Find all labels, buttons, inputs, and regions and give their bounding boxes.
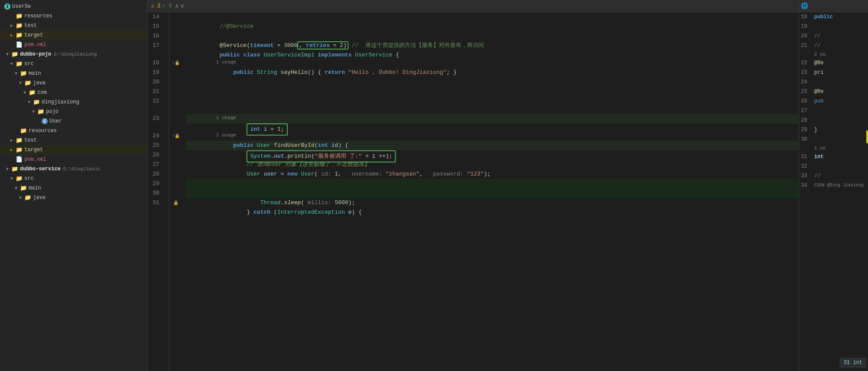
sidebar-item-target1[interactable]: ▶ 📁 target (0, 30, 147, 40)
code-line-28 (186, 169, 799, 179)
sec-line-33: // (814, 171, 868, 181)
line-num-17: 17 (148, 41, 164, 50)
breakpoint-arrow-18[interactable]: ↑ (172, 60, 175, 66)
line-num-19: 19 (148, 68, 164, 77)
sidebar-item-resources1[interactable]: 📁 resources (0, 11, 147, 21)
folder-icon: 📁 (16, 22, 23, 29)
nav-down-button[interactable]: ∨ (181, 2, 184, 10)
code-line-usage2: 1 usage (186, 106, 799, 114)
sec-line-18: public (814, 12, 868, 22)
line-num-18: 18 (148, 58, 164, 68)
sec-num-2us (799, 50, 811, 58)
sidebar-item-java1[interactable]: ▼ 📁 java (0, 78, 147, 88)
arrow-icon: ▼ (9, 62, 15, 66)
folder-icon: 📁 (16, 175, 23, 182)
folder-icon: 📁 (20, 70, 27, 77)
sidebar-item-dubbo-pojo[interactable]: ▼ 📁 dubbo-pojo D:\DingJiaxiong (0, 50, 147, 59)
sidebar-item-label: UserSe (12, 3, 31, 10)
sec-line-19 (814, 22, 868, 31)
main-editor-area: ⚠ 2 ✓ 3 ∧ ∨ 14 15 16 17 18 19 20 21 22 2… (148, 0, 868, 371)
sidebar-item-main1[interactable]: ▼ 📁 main (0, 69, 147, 78)
sec-line-22: @Re (814, 58, 868, 68)
sec-num-22: 22 (799, 58, 811, 68)
arrow-icon: ▼ (13, 186, 19, 191)
sec-line-25: @Re (814, 87, 868, 96)
sp (345, 209, 349, 215)
sidebar-item-com1[interactable]: ▼ 📁 com (0, 88, 147, 97)
sidebar-item-test1[interactable]: ▶ 📁 test (0, 21, 147, 30)
sidebar-item-label: test (24, 137, 37, 143)
sidebar-item-userse[interactable]: I UserSe (0, 2, 147, 11)
code-line-usage1: 1 usage (186, 50, 799, 58)
code-lines[interactable]: //@Service @Service(timeout = 3000, retr… (182, 12, 799, 371)
sidebar-item-pomxml2[interactable]: 📄 pom.xml (0, 155, 147, 164)
sidebar-item-label: pom.xml (24, 156, 46, 162)
code-line-14: //@Service (186, 12, 799, 22)
sidebar-item-dingjiaxiong[interactable]: ▼ 📁 dingjiaxiong (0, 97, 147, 107)
sidebar-item-label: resources (29, 128, 57, 134)
sec-num-32: 32 (799, 162, 811, 171)
sec-line-23: pri (814, 68, 868, 77)
gutter-row-22 (169, 96, 182, 106)
sec-code-content: public // // 2 us @Re pri @Re pub } 1 us… (814, 12, 868, 371)
sidebar-item-target2[interactable]: ▶ 📁 target (0, 145, 147, 155)
code-editor[interactable]: 14 15 16 17 18 19 20 21 22 23 24 25 26 2… (148, 12, 799, 371)
line-num-usage3 (148, 123, 164, 131)
sidebar-item-label: java (33, 195, 46, 201)
sec-line-32 (814, 162, 868, 171)
sidebar-item-java2[interactable]: ▼ 📁 java (0, 193, 147, 202)
folder-icon: 📁 (16, 146, 23, 153)
sec-num-34: 34 (799, 181, 811, 190)
folder-icon: 📁 (20, 185, 27, 192)
sidebar-item-path: D:\DingJiaxiong (54, 52, 97, 57)
sec-num-33: 33 (799, 171, 811, 181)
sec-line-20: // (814, 31, 868, 41)
gutter-row-14 (169, 12, 182, 22)
sec-num-29: 29 (799, 125, 811, 135)
line-num-22: 22 (148, 96, 164, 106)
badge-label: 31 int (844, 360, 862, 366)
sidebar-item-resources2[interactable]: 📁 resources (0, 126, 147, 136)
sidebar-item-user-class[interactable]: C User (0, 116, 147, 126)
sec-line-27 (814, 106, 868, 116)
sidebar-item-test2[interactable]: ▶ 📁 test (0, 136, 147, 145)
sec-line-26: pub (814, 96, 868, 106)
interface-icon: I (4, 3, 10, 10)
primary-editor-pane: ⚠ 2 ✓ 3 ∧ ∨ 14 15 16 17 18 19 20 21 22 2… (148, 0, 799, 371)
folder-icon: 📁 (24, 80, 31, 86)
secondary-editor-pane: 🌐 18 19 20 21 22 23 24 25 26 27 28 29 30… (799, 0, 868, 371)
gutter-row-26 (169, 150, 182, 160)
code-line-15 (186, 22, 799, 31)
sidebar-item-label: resources (24, 13, 53, 19)
sidebar-item-main2[interactable]: ▼ 📁 main (0, 183, 147, 193)
folder-icon: 📁 (33, 99, 40, 106)
sidebar-item-label: pom.xml (24, 42, 46, 48)
breakpoint-arrow-24[interactable]: ↑ (172, 133, 175, 139)
sidebar-item-src1[interactable]: ▼ 📁 src (0, 59, 147, 69)
sec-line-31: int (814, 152, 868, 162)
folder-icon: 📁 (16, 60, 23, 67)
code-line-20 (186, 77, 799, 87)
gutter-row-31: 🔒 (169, 198, 182, 208)
sec-num-21: 21 (799, 41, 811, 50)
sidebar-item-dubbo-service[interactable]: ▼ 📁 dubbo-service D:\DingJiaxic (0, 164, 147, 174)
folder-icon: 📁 (16, 32, 23, 39)
nav-up-button[interactable]: ∧ (175, 2, 178, 10)
sidebar-item-label: com (37, 89, 47, 96)
indent31 (220, 209, 247, 215)
sec-line-34-watermark: CSDN @Ding Jiaxiong (814, 181, 868, 190)
folder-icon: 📁 (11, 166, 18, 172)
code-line-31: } catch (InterruptedException e) { (186, 198, 799, 208)
gutter-row-19 (169, 68, 182, 77)
sidebar-item-pomxml1[interactable]: 📄 pom.xml (0, 40, 147, 50)
scroll-indicator (866, 130, 868, 143)
sec-num-30: 30 (799, 135, 811, 144)
sidebar-item-src2[interactable]: ▼ 📁 src (0, 174, 147, 183)
gutter-row-24: ↑ 🔒 (169, 131, 182, 141)
line-num-16: 16 (148, 31, 164, 41)
sidebar-item-label: src (24, 61, 34, 67)
sec-line-29: } (814, 125, 868, 135)
sec-num-19: 19 (799, 22, 811, 31)
sidebar-item-pojo[interactable]: ▼ 📁 pojo (0, 107, 147, 116)
kw-catch: catch (253, 209, 270, 215)
